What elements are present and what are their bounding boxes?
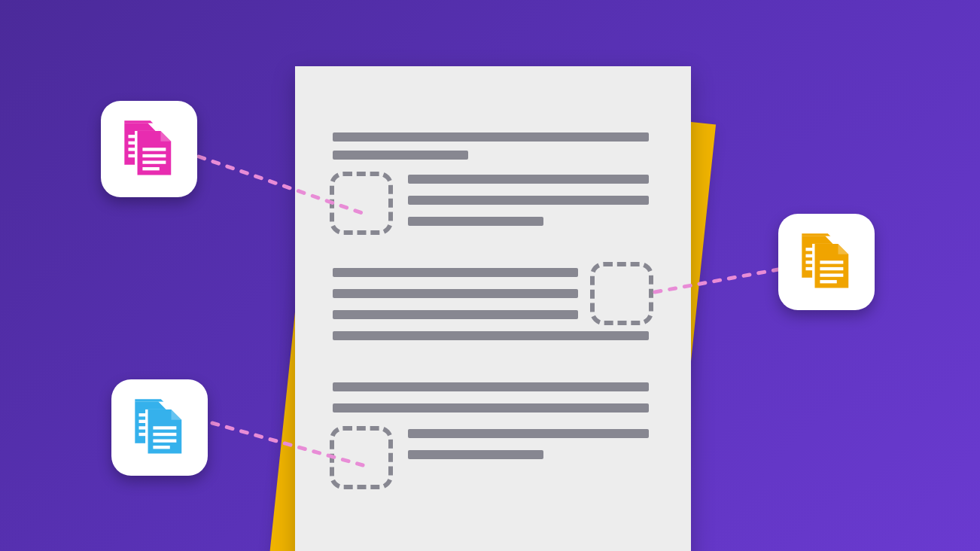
svg-rect-27 [820, 267, 843, 270]
svg-rect-16 [153, 426, 176, 429]
placeholder-slot [330, 172, 393, 235]
document-front [295, 66, 691, 551]
svg-rect-29 [820, 280, 836, 283]
placeholder-slot [590, 262, 653, 325]
svg-rect-26 [820, 260, 843, 263]
diagram-stage [0, 0, 980, 551]
svg-rect-18 [153, 439, 176, 442]
svg-rect-9 [142, 167, 159, 170]
svg-rect-17 [153, 433, 176, 436]
copy-docs-icon [117, 117, 181, 181]
source-tile-yellow [778, 214, 875, 310]
svg-rect-28 [820, 273, 843, 276]
source-tile-blue [111, 379, 208, 476]
source-tile-pink [101, 101, 197, 197]
placeholder-slot [330, 426, 393, 489]
svg-rect-19 [153, 446, 169, 449]
copy-docs-icon [127, 395, 192, 460]
svg-rect-6 [142, 148, 166, 151]
svg-rect-8 [142, 160, 166, 163]
copy-docs-icon [794, 230, 859, 294]
svg-rect-7 [142, 154, 166, 157]
